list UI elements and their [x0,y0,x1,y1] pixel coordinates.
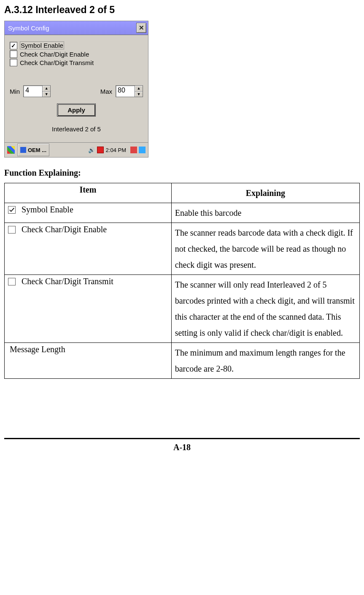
windows-flag-icon [7,146,15,154]
app-icon [20,147,26,153]
checkbox-icon [10,42,17,49]
max-spinner[interactable]: ▲ ▼ [135,85,143,97]
table-row: Message Length The minimum and maximum l… [5,343,360,379]
checkbox-row-check-digit-enable[interactable]: Check Char/Digit Enable [10,50,143,58]
taskbar-app-label: OEM ... [28,147,46,153]
dialog-window: Symbol Config ✕ Symbol Enable Check Char… [4,21,148,158]
dialog-caption: Interleaved 2 of 5 [10,123,143,139]
table-row: Check Char/Digit Transmit The scanner wi… [5,275,360,343]
tray-extra[interactable] [129,144,147,156]
table-row: Symbol Enable Enable this barcode [5,203,360,223]
min-spinner[interactable]: ▲ ▼ [42,85,51,97]
max-value[interactable]: 80 [116,85,135,97]
clock: 2:04 PM [106,147,126,153]
item-text: Check Char/Digit Transmit [22,277,113,286]
explain-table: Item Explaining Symbol Enable Enable thi… [4,183,360,379]
max-label: Max [100,88,112,95]
table-row: Check Char/Digit Enable The scanner read… [5,223,360,275]
explain-text: The scanner reads barcode data with a ch… [171,223,359,275]
explain-text: The minimum and maximum length ranges fo… [171,343,359,379]
min-field[interactable]: 4 ▲ ▼ [23,85,51,97]
close-button[interactable]: ✕ [136,23,146,33]
checkbox-unchecked-icon [8,226,16,234]
checkbox-label: Check Char/Digit Enable [20,51,89,58]
apply-button[interactable]: Apply [57,103,96,117]
spin-down-icon[interactable]: ▼ [43,92,50,97]
dialog-title: Symbol Config [8,24,136,32]
checkbox-label: Check Char/Digit Transmit [20,59,94,66]
min-label: Min [10,88,20,95]
notify-icon [130,147,137,153]
spin-up-icon[interactable]: ▲ [135,86,143,92]
tray-area[interactable]: 🔊 2:04 PM [50,144,128,156]
explain-text: Enable this barcode [171,203,359,223]
checkbox-row-symbol-enable[interactable]: Symbol Enable [10,41,143,49]
start-button[interactable] [5,144,16,156]
checkbox-checked-icon [8,206,16,214]
spin-up-icon[interactable]: ▲ [43,86,50,92]
min-max-row: Min 4 ▲ ▼ Max 80 ▲ ▼ [10,85,143,97]
titlebar: Symbol Config ✕ [5,21,148,35]
sound-icon: 🔊 [88,147,95,153]
section-heading: A.3.12 Interleaved 2 of 5 [4,4,360,16]
checkbox-row-check-digit-transmit[interactable]: Check Char/Digit Transmit [10,59,143,66]
col-header-item: Item [5,183,172,203]
max-field[interactable]: 80 ▲ ▼ [116,85,143,97]
page-number: A-18 [4,438,360,452]
item-text: Check Char/Digit Enable [22,225,107,234]
checkbox-icon [10,59,17,66]
taskbar: OEM ... 🔊 2:04 PM [5,142,148,157]
spin-down-icon[interactable]: ▼ [135,92,143,97]
col-header-explain: Explaining [171,183,359,203]
checkbox-icon [10,50,17,58]
function-explaining-heading: Function Explaining: [4,168,360,178]
checkbox-label: Symbol Enable [20,41,64,49]
explain-text: The scanner will only read Interleaved 2… [171,275,359,343]
close-icon: ✕ [139,24,144,32]
item-text: Symbol Enable [22,205,73,215]
taskbar-app-oem[interactable]: OEM ... [17,144,49,156]
checkbox-unchecked-icon [8,278,16,285]
network-off-icon [97,147,104,153]
desktop-icon [139,147,146,153]
min-value[interactable]: 4 [23,85,42,97]
item-text: Message Length [8,345,65,354]
